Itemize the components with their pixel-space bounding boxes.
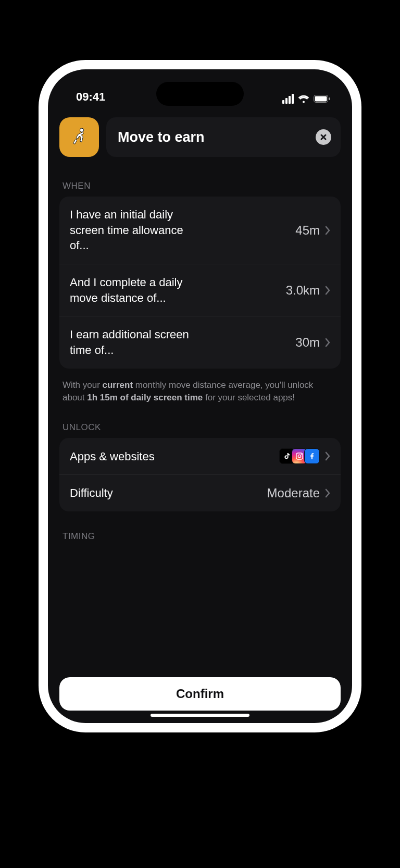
- facebook-icon: [304, 448, 320, 464]
- close-button[interactable]: [316, 129, 331, 145]
- status-time: 09:41: [76, 90, 105, 104]
- battery-icon: [314, 95, 330, 103]
- row-value: 45m: [295, 223, 320, 238]
- row-value: 3.0km: [286, 283, 320, 298]
- status-indicators: [282, 94, 330, 104]
- selected-apps-icons: [279, 448, 320, 464]
- when-helper-text: With your current monthly move distance …: [63, 379, 338, 404]
- row-label: Apps & websites: [70, 449, 155, 464]
- row-label: I have an initial daily screen time allo…: [70, 207, 205, 253]
- close-icon: [320, 133, 327, 141]
- title-pill: Move to earn: [106, 117, 341, 157]
- row-apps-websites[interactable]: Apps & websites: [59, 438, 341, 474]
- row-difficulty[interactable]: Difficulty Moderate: [59, 474, 341, 511]
- section-label-unlock: UNLOCK: [63, 422, 338, 433]
- row-label: I earn additional screen time of...: [70, 327, 205, 358]
- section-label-when: WHEN: [63, 181, 338, 191]
- running-person-icon: [59, 117, 99, 157]
- cellular-icon: [282, 94, 294, 104]
- unlock-card: Apps & websites: [59, 438, 341, 511]
- row-initial-allowance[interactable]: I have an initial daily screen time allo…: [59, 197, 341, 264]
- row-earned-time[interactable]: I earn additional screen time of... 30m: [59, 316, 341, 368]
- row-value: Moderate: [267, 486, 320, 500]
- phone-screen: 09:41 Move to earn: [48, 69, 352, 723]
- chevron-right-icon: [325, 451, 330, 461]
- chevron-right-icon: [325, 286, 330, 295]
- page-title: Move to earn: [118, 129, 205, 145]
- svg-rect-1: [315, 96, 327, 102]
- header-row: Move to earn: [59, 117, 341, 157]
- dynamic-island: [156, 82, 244, 106]
- row-label: And I complete a daily move distance of.…: [70, 275, 205, 305]
- home-indicator[interactable]: [151, 714, 249, 717]
- chevron-right-icon: [325, 226, 330, 235]
- svg-point-5: [298, 455, 301, 458]
- phone-frame: 09:41 Move to earn: [39, 60, 361, 732]
- svg-rect-2: [329, 97, 330, 100]
- row-move-distance[interactable]: And I complete a daily move distance of.…: [59, 264, 341, 316]
- section-label-timing: TIMING: [63, 531, 338, 542]
- confirm-button[interactable]: Confirm: [59, 677, 341, 711]
- svg-point-6: [301, 454, 302, 455]
- row-label: Difficulty: [70, 485, 113, 501]
- chevron-right-icon: [325, 488, 330, 498]
- wifi-icon: [298, 95, 309, 103]
- content-area: Move to earn WHEN I have an initial dail…: [48, 105, 352, 669]
- chevron-right-icon: [325, 338, 330, 347]
- when-card: I have an initial daily screen time allo…: [59, 197, 341, 369]
- svg-point-3: [80, 128, 83, 132]
- row-value: 30m: [295, 335, 320, 350]
